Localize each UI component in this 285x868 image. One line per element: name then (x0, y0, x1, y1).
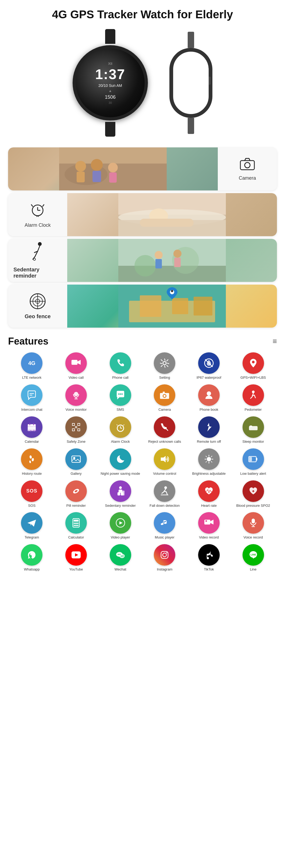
reject-calls-icon-circle (154, 416, 175, 438)
svg-point-63 (163, 395, 166, 397)
svg-point-59 (120, 393, 121, 395)
feature-safety-zone[interactable]: Safety Zone (55, 416, 97, 444)
feature-video-call[interactable]: Video call (55, 352, 97, 380)
svg-point-25 (33, 258, 35, 260)
feature-calculator[interactable]: Calculator (55, 512, 97, 540)
svg-point-144 (122, 555, 123, 557)
feature-remote-turnoff[interactable]: Remote turn off (188, 416, 230, 444)
feature-wechat[interactable]: Wechat (99, 544, 141, 572)
low-battery-label: Low battery alert (241, 471, 266, 476)
feature-fall-down[interactable]: Fall down detection (144, 480, 186, 508)
whatsapp-label: Whatsapp (24, 567, 40, 572)
history-route-label: History route (22, 471, 42, 476)
sms-icon-circle (110, 384, 131, 406)
feature-whatsapp[interactable]: Whatsapp (11, 544, 53, 572)
feature-brightness[interactable]: Brightness adjustable (188, 448, 230, 476)
feature-lte[interactable]: 4G LTE network (11, 352, 53, 380)
svg-line-85 (117, 425, 118, 426)
svg-point-30 (155, 251, 163, 259)
youtube-label: YouTube (69, 567, 83, 572)
feature-music-player[interactable]: Music player (144, 512, 186, 540)
alarm-card-image (67, 193, 277, 236)
video-player-icon-circle (110, 512, 131, 534)
feature-voice-monitor[interactable]: Voice monitor (55, 384, 97, 412)
feature-pedometer[interactable]: Pedometer (232, 384, 274, 412)
svg-point-58 (118, 393, 119, 395)
brightness-label: Brightness adjustable (192, 471, 226, 476)
svg-point-93 (29, 460, 31, 463)
phonebook-label: Phone book (199, 407, 218, 412)
feature-pill[interactable]: Pill reminder (55, 480, 97, 508)
feature-intercom[interactable]: Intercom chat (11, 384, 53, 412)
feature-line[interactable]: LINE Line (232, 544, 274, 572)
svg-rect-41 (140, 295, 161, 317)
feature-telegram[interactable]: Telegram (11, 512, 53, 540)
music-player-label: Music player (155, 535, 175, 540)
feature-sedentary2[interactable]: Sedentary reminder (99, 480, 141, 508)
feature-alarm-clock[interactable]: Alarm Clock (99, 416, 141, 444)
feature-history-route[interactable]: History route (11, 448, 53, 476)
calculator-icon-circle (65, 512, 87, 534)
svg-point-28 (134, 255, 156, 277)
pill-icon-circle (65, 480, 87, 502)
sleep-monitor-icon-circle (243, 416, 264, 438)
feature-calendar[interactable]: CALENDAR Calendar (11, 416, 53, 444)
feature-tiktok[interactable]: TikTok (188, 544, 230, 572)
sedentary-card-image (67, 239, 277, 282)
reject-calls-label: Reject unknown calls (148, 439, 181, 444)
svg-rect-109 (249, 457, 252, 461)
svg-point-146 (163, 553, 166, 557)
lte-label: LTE network (22, 375, 41, 380)
feature-phone-call[interactable]: Phone call (99, 352, 141, 380)
feature-video-player[interactable]: Video player (99, 512, 141, 540)
heart-rate-label: Heart rate (201, 503, 217, 508)
svg-rect-127 (75, 525, 77, 526)
fall-down-icon-circle (154, 480, 175, 502)
feature-video-record[interactable]: Video record (188, 512, 230, 540)
feature-night-power[interactable]: Night power saving mode (99, 448, 141, 476)
svg-marker-132 (210, 520, 214, 525)
feature-sms[interactable]: SMS (99, 384, 141, 412)
feature-gallery[interactable]: Gallery (55, 448, 97, 476)
feature-reject-calls[interactable]: Reject unknown calls (144, 416, 186, 444)
svg-rect-27 (118, 266, 226, 282)
feature-voice-record[interactable]: Voice record (232, 512, 274, 540)
features-grid: 4G LTE network Video call Phone cal (8, 352, 277, 572)
feature-waterproof[interactable]: IP67 waterproof (188, 352, 230, 380)
tiktok-label: TikTok (204, 567, 214, 572)
menu-icon[interactable]: ≡ (273, 337, 277, 346)
wechat-label: Wechat (115, 567, 126, 572)
feature-sleep-monitor[interactable]: Sleep monitor (232, 416, 274, 444)
alarm-card-label: Alarm Clock (25, 222, 51, 228)
feature-youtube[interactable]: YouTube (55, 544, 97, 572)
svg-rect-68 (28, 424, 36, 426)
feature-phonebook[interactable]: Phone book (188, 384, 230, 412)
remote-turnoff-icon-circle (198, 416, 220, 438)
svg-rect-46 (71, 360, 77, 365)
night-power-icon-circle (110, 448, 131, 470)
feature-gps[interactable]: GPS+WIFI+LBS (232, 352, 274, 380)
svg-point-49 (163, 362, 166, 365)
safety-zone-icon-circle (65, 416, 87, 438)
svg-marker-47 (77, 360, 81, 365)
svg-rect-131 (204, 520, 210, 525)
feature-card-geofence: Geo fence (8, 285, 277, 328)
tiktok-icon-circle (198, 544, 220, 566)
feature-heart-rate[interactable]: Heart rate (188, 480, 230, 508)
sos-icon-circle: SOS (21, 480, 42, 502)
svg-rect-4 (76, 172, 85, 182)
feature-sos[interactable]: SOS SOS (11, 480, 53, 508)
sos-label: SOS (28, 503, 35, 508)
feature-setting[interactable]: Setting (144, 352, 186, 380)
feature-low-battery[interactable]: Low battery alert (232, 448, 274, 476)
intercom-label: Intercom chat (21, 407, 42, 412)
feature-camera2[interactable]: Camera (144, 384, 186, 412)
svg-point-133 (205, 520, 207, 522)
feature-blood-pressure[interactable]: Blood pressure SPO2 (232, 480, 274, 508)
camera2-icon-circle (154, 384, 175, 406)
feature-volume[interactable]: Volume control (144, 448, 186, 476)
geofence-icon (29, 293, 46, 311)
intercom-icon-circle (21, 384, 42, 406)
feature-instagram[interactable]: Instagram (144, 544, 186, 572)
svg-point-24 (38, 242, 42, 246)
